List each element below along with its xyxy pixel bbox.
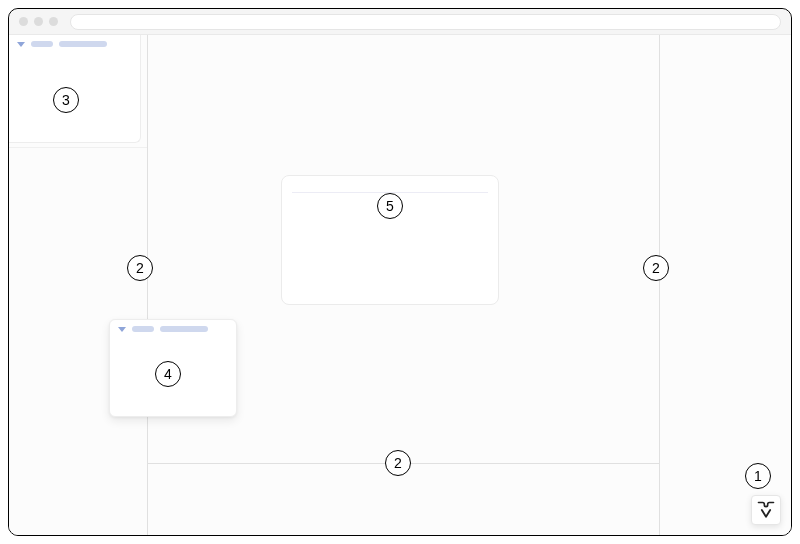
callout-marker-2-right: 2 — [643, 255, 669, 281]
left-column-border — [147, 35, 148, 535]
docked-panel-divider — [9, 147, 147, 148]
docked-panel-title-short — [31, 41, 53, 47]
floating-panel-header[interactable] — [110, 320, 236, 336]
docked-panel-header[interactable] — [9, 35, 140, 51]
right-column-border — [659, 35, 660, 535]
callout-marker-3: 3 — [53, 87, 79, 113]
callout-marker-2-left: 2 — [127, 255, 153, 281]
disclosure-triangle-icon[interactable] — [118, 327, 126, 332]
window-titlebar — [9, 9, 791, 35]
traffic-max-icon[interactable] — [49, 17, 58, 26]
callout-marker-2-bottom: 2 — [385, 450, 411, 476]
disclosure-triangle-icon[interactable] — [17, 42, 25, 47]
docked-side-panel — [9, 35, 141, 143]
callout-marker-5: 5 — [377, 193, 403, 219]
traffic-min-icon[interactable] — [34, 17, 43, 26]
docked-panel-title-long — [59, 41, 107, 47]
callout-marker-1: 1 — [745, 463, 771, 489]
vaadin-logo-button[interactable] — [751, 495, 781, 525]
page-body: 1 2 2 2 3 4 5 — [9, 35, 791, 535]
browser-window: 1 2 2 2 3 4 5 — [8, 8, 792, 536]
floating-panel-title-short — [132, 326, 154, 332]
url-bar[interactable] — [70, 14, 781, 30]
traffic-close-icon[interactable] — [19, 17, 28, 26]
callout-marker-4: 4 — [155, 361, 181, 387]
floating-panel-title-long — [160, 326, 208, 332]
vaadin-icon — [756, 500, 776, 520]
